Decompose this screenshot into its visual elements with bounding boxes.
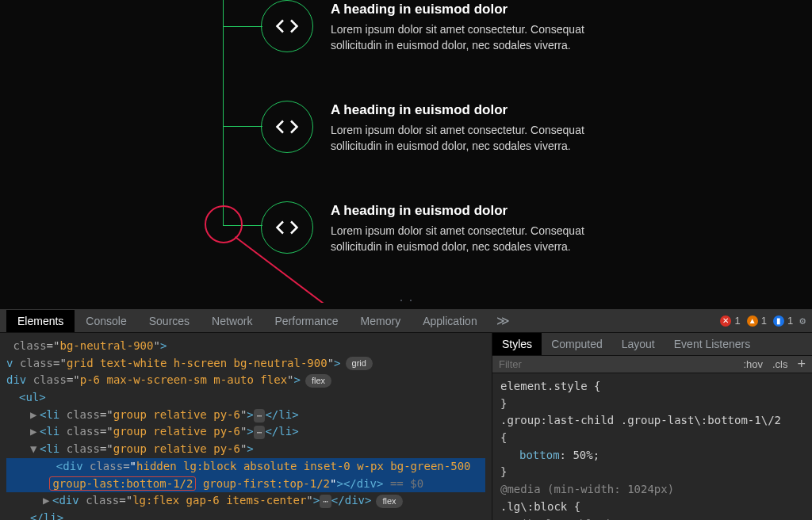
tabs-overflow-icon[interactable]: ≫ [488,313,518,328]
tab-layout[interactable]: Layout [612,333,665,355]
styles-filter-input[interactable] [499,358,733,370]
tab-performance[interactable]: Performance [263,310,349,332]
dom-node[interactable]: ▶<div class="lg:flex gap-6 items-center"… [6,492,485,510]
tab-console[interactable]: Console [75,310,137,332]
dom-node[interactable]: <ul> [6,389,485,407]
feature-desc: Lorem ipsum dolor sit amet consectetur. … [331,224,600,254]
brace: } [500,465,507,478]
cls-toggle[interactable]: .cls [772,358,788,370]
media-query[interactable]: @media (min-width: 1024px) [500,483,674,495]
tab-styles[interactable]: Styles [492,333,542,355]
feature-text: A heading in euismod dolor Lorem ipsum d… [331,0,600,53]
tab-computed[interactable]: Computed [542,333,612,355]
rule-selector[interactable]: .lg\:block { [500,500,580,513]
feature-heading: A heading in euismod dolor [331,102,600,118]
connector-horizontal [223,26,262,27]
dom-node[interactable]: ▼<li class="group relative py-6"> [6,441,485,458]
connector-horizontal [223,126,262,127]
feature-desc: Lorem ipsum dolor sit amet consectetur. … [331,123,600,154]
css-val[interactable]: 50%; [573,449,599,461]
devtools-tab-bar: Elements Console Sources Network Perform… [0,309,812,333]
devtools: Elements Console Sources Network Perform… [0,309,812,520]
hov-toggle[interactable]: :hov [743,358,763,370]
page-preview: A heading in euismod dolor Lorem ipsum d… [0,0,812,303]
dom-node[interactable]: div class="p-6 max-w-screen-sm m-auto fl… [6,372,485,389]
warning-badge[interactable]: ▲1 [747,315,767,327]
tab-application[interactable]: Application [412,310,488,332]
dom-node-selected[interactable]: <div class="hidden lg:block absolute ins… [6,458,485,492]
styles-tab-bar: Styles Computed Layout Event Listeners [492,333,812,356]
feature-list: A heading in euismod dolor Lorem ipsum d… [223,0,562,303]
feature-item: A heading in euismod dolor Lorem ipsum d… [261,0,600,53]
dom-node[interactable]: ▶<li class="group relative py-6">⋯</li> [6,407,485,424]
code-icon [261,201,313,254]
tab-sources[interactable]: Sources [138,310,201,332]
styles-rules[interactable]: element.style { } .group:last-child .gro… [492,373,812,520]
css-prop[interactable]: bottom [519,449,560,461]
tab-memory[interactable]: Memory [350,310,412,332]
dom-node[interactable]: class="bg-neutral-900"> [6,338,485,355]
dom-node[interactable]: </li> [6,510,485,520]
styles-filter-bar: :hov .cls + [492,356,812,373]
tab-network[interactable]: Network [201,310,263,332]
brace: { [500,431,507,444]
rule-selector[interactable]: .group:last-child .group-last\:bottom-1\… [500,414,781,426]
feature-item: A heading in euismod dolor Lorem ipsum d… [261,201,600,254]
error-badge[interactable]: ✕1 [720,315,740,327]
styles-pane: Styles Computed Layout Event Listeners :… [492,333,812,520]
dom-tree[interactable]: class="bg-neutral-900"> v class="grid te… [0,333,492,520]
status-badges: ✕1 ▲1 ▮1 [720,315,793,327]
settings-icon[interactable]: ⚙ [793,315,806,327]
brace: } [500,397,507,410]
message-badge[interactable]: ▮1 [773,315,793,327]
new-style-rule-icon[interactable]: + [797,356,806,373]
code-icon [261,101,313,153]
feature-text: A heading in euismod dolor Lorem ipsum d… [331,201,600,254]
message-count: 1 [787,315,793,327]
dom-node[interactable]: ▶<li class="group relative py-6">⋯</li> [6,423,485,441]
rule-selector[interactable]: element.style { [500,380,600,392]
connector-vertical [223,0,224,225]
css-prop[interactable]: display· block· [519,518,619,521]
feature-text: A heading in euismod dolor Lorem ipsum d… [331,101,600,154]
error-count: 1 [734,315,740,327]
feature-heading: A heading in euismod dolor [331,2,600,17]
code-icon [261,0,313,52]
feature-desc: Lorem ipsum dolor sit amet consectetur. … [331,22,600,53]
tab-event-listeners[interactable]: Event Listeners [665,333,760,355]
warning-count: 1 [761,315,767,327]
feature-item: A heading in euismod dolor Lorem ipsum d… [261,101,600,154]
drag-handle-icon[interactable]: ⋮⋮ [396,298,416,303]
feature-heading: A heading in euismod dolor [331,203,600,219]
tab-elements[interactable]: Elements [6,310,75,332]
dom-node[interactable]: v class="grid text-white h-screen bg-neu… [6,355,485,373]
